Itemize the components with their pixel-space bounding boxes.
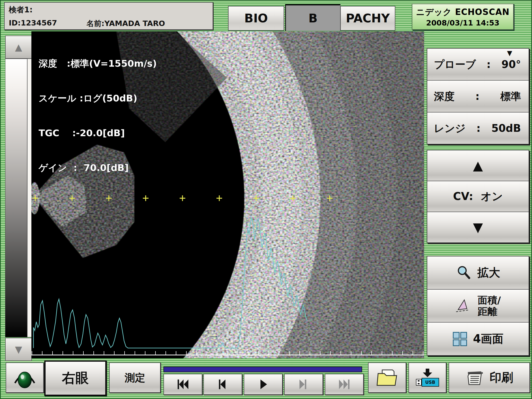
param-depth: 深度 :標準(V=1550m/s) [39,58,157,69]
cv-value: CV: オン [453,189,503,204]
eye-side-button[interactable]: 右眼 [44,360,107,396]
quad-view-icon [452,332,467,346]
tab-bio-label: BIO [244,11,268,25]
magnifier-icon [456,265,472,281]
dropdown-arrow-icon: ▼ [507,50,512,56]
scan-parameters-overlay: 深度 :標準(V=1550m/s) スケール :ログ(50dB) TGC :-2… [39,34,157,197]
param-tgc: TGC :-20.0[dB] [39,127,157,139]
param-scale: スケール :ログ(50dB) [39,92,157,104]
probe-colon: : [476,58,502,70]
quad-view-button[interactable]: 4画面 [427,323,529,355]
scroll-down-button[interactable]: ▼ [5,338,32,361]
probe-value: 90° [501,58,521,70]
tools-group: 拡大 面積/ 距離 4画面 [427,256,529,356]
play-icon [257,379,270,390]
cv-toggle-button[interactable]: CV: オン [427,181,529,212]
cv-down-button[interactable]: ▼ [427,212,529,242]
examiner-label: 検者1: [9,5,33,15]
patient-id: ID:1234567 [9,19,57,27]
cv-control-group: ▲ CV: オン ▼ [427,150,529,243]
print-label: 印刷 [490,370,513,386]
area-distance-label: 面積/ 距離 [478,294,501,317]
prev-frame-icon [216,379,230,390]
next-frame-icon [297,379,310,390]
skip-end-icon [338,379,351,390]
next-frame-button[interactable] [284,374,323,395]
skip-start-icon [176,379,190,390]
scroll-up-button[interactable]: ▲ [5,36,32,59]
area-label: 面積/ [478,294,501,306]
measure-label: 測定 [125,371,145,385]
cv-up-button[interactable]: ▲ [427,150,529,181]
range-value: 50dB [491,122,521,134]
tab-b-label: B [308,11,317,25]
distance-label: 距離 [478,306,497,317]
up-arrow-icon: ▲ [15,42,22,53]
tab-pachy-label: PACHY [346,11,390,25]
measure-button[interactable]: 測定 [109,362,161,393]
printer-icon [465,370,485,386]
grayscale-bar [5,59,27,337]
datetime: 2008/03/11 14:53 [426,19,499,27]
depth-label: 深度 [434,89,455,103]
probe-label: プローブ [434,57,476,72]
depth-button[interactable]: 深度 : 標準 [427,81,529,112]
area-distance-button[interactable]: 面積/ 距離 [427,290,529,323]
brand-name: ニデック ECHOSCAN [416,6,509,18]
eye-side-label: 右眼 [62,369,89,387]
down-triangle-icon: ▼ [473,220,483,235]
download-arrow-icon [422,369,433,377]
zoom-button[interactable]: 拡大 [427,256,529,290]
tab-bio[interactable]: BIO [228,6,284,31]
range-button[interactable]: レンジ : 50dB [427,112,529,144]
playback-progress-bar[interactable] [163,367,362,372]
depth-colon: : [455,90,500,102]
echoscan-screen: 検者1: ID:1234567 名前:YAMADA TARO BIO B PAC… [0,0,532,399]
eye-icon [12,366,38,389]
eye-select-button[interactable] [6,362,44,393]
zoom-label: 拡大 [477,265,500,280]
area-distance-icon [455,298,472,313]
quad-view-label: 4画面 [473,331,504,346]
folder-button[interactable] [368,362,406,393]
patient-info-panel: 検者1: ID:1234567 名前:YAMADA TARO [4,2,213,30]
tab-b[interactable]: B [285,4,341,31]
probe-button[interactable]: ▼ プローブ : 90° [427,49,529,81]
prev-frame-button[interactable] [203,374,242,395]
range-colon: : [466,122,491,134]
tab-pachy[interactable]: PACHY [340,6,395,31]
usb-label: USB [422,378,439,387]
usb-save-button[interactable]: USB [408,362,446,393]
probe-settings-group: ▼ プローブ : 90° 深度 : 標準 レンジ : 50dB [427,48,529,144]
usb-stick-icon: USB [416,378,439,387]
skip-start-button[interactable] [163,374,202,395]
depth-value: 標準 [500,89,521,103]
ultrasound-image[interactable]: 深度 :標準(V=1550m/s) スケール :ログ(50dB) TGC :-2… [31,31,424,358]
range-label: レンジ [434,121,466,135]
up-triangle-icon: ▲ [473,158,483,173]
down-arrow-icon: ▼ [15,344,22,355]
print-button[interactable]: 印刷 [449,362,530,393]
param-gain: ゲイン : 70.0[dB] [39,162,157,174]
brand-panel: ニデック ECHOSCAN 2008/03/11 14:53 [412,4,514,30]
play-button[interactable] [244,374,283,395]
skip-end-button[interactable] [325,374,364,395]
patient-name: 名前:YAMADA TARO [86,19,165,29]
folder-icon [376,368,398,387]
